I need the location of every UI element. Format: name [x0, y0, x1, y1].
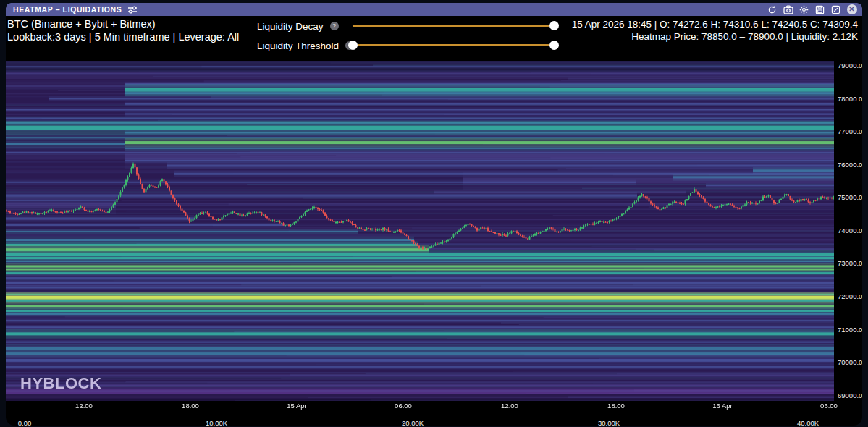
decay-help-icon[interactable]: ?	[330, 22, 339, 30]
liquidity-decay-row: Liquidity Decay ?	[257, 20, 339, 32]
screenshot-icon[interactable]	[783, 4, 793, 15]
time-axis[interactable]: 12:0018:0015 Apr06:0012:0018:0016 Apr06:…	[6, 402, 834, 410]
liquidity-scale-axis: 0.0010.00K20.00K30.00K40.00K	[6, 419, 834, 426]
price-tick-label: 73000.0	[838, 259, 862, 267]
price-tick-label: 74000.0	[838, 227, 862, 234]
decay-slider-thumb[interactable]	[549, 21, 559, 30]
price-tick-label: 77000.0	[838, 127, 862, 135]
settings-gear-icon[interactable]	[799, 4, 809, 15]
liquidity-decay-label: Liquidity Decay	[257, 21, 324, 32]
price-tick-label: 71000.0	[838, 326, 862, 334]
price-tick-label: 76000.0	[838, 161, 862, 169]
heatmap-canvas[interactable]	[6, 61, 834, 401]
time-tick-label: 16 Apr	[712, 402, 732, 410]
liquidity-scale-label: 10.00K	[206, 419, 227, 426]
price-axis[interactable]: 79000.078000.077000.076000.075000.074000…	[835, 61, 862, 401]
hyblock-watermark: HYBLOCK	[20, 374, 101, 393]
liquidity-scale-label: 30.00K	[598, 419, 620, 426]
time-tick-label: 12:00	[75, 402, 93, 410]
price-tick-label: 75000.0	[838, 193, 862, 201]
save-icon[interactable]	[814, 4, 825, 15]
heatmap-liquidations-panel: HEATMAP – LIQUIDATIONS	[6, 3, 862, 426]
chart-header: BTC (Binance + Bybit + Bitmex) Lookback:…	[6, 16, 862, 61]
instrument-block: BTC (Binance + Bybit + Bitmex) Lookback:…	[7, 18, 239, 43]
ohlc-readout: 15 Apr 2026 18:45 | O: 74272.6 H: 74310.…	[572, 18, 858, 30]
price-tick-label: 72000.0	[838, 292, 862, 300]
time-tick-label: 18:00	[182, 402, 199, 410]
liquidity-threshold-row: Liquidity Threshold ?	[257, 40, 354, 51]
chart-area[interactable]: HYBLOCK	[6, 61, 834, 401]
time-tick-label: 15 Apr	[287, 402, 306, 410]
time-tick-label: 06:00	[395, 402, 412, 410]
threshold-slider-max-thumb[interactable]	[549, 41, 559, 50]
liquidity-threshold-label: Liquidity Threshold	[257, 41, 339, 51]
time-tick-label: 12:00	[501, 402, 518, 410]
liquidity-scale-label: 40.00K	[797, 419, 819, 426]
heatmap-price-readout: Heatmap Price: 78850.0 – 78900.0 | Liqui…	[572, 30, 858, 43]
price-tick-label: 69000.0	[838, 392, 862, 399]
close-icon[interactable]: ✕	[846, 4, 857, 15]
panel-title: HEATMAP – LIQUIDATIONS	[13, 5, 122, 14]
title-bar: HEATMAP – LIQUIDATIONS	[6, 3, 862, 16]
price-tick-label: 78000.0	[838, 95, 862, 103]
instrument-label: BTC (Binance + Bybit + Bitmex)	[7, 18, 239, 31]
time-tick-label: 18:00	[607, 402, 625, 410]
refresh-icon[interactable]	[767, 4, 778, 15]
price-tick-label: 79000.0	[838, 62, 862, 69]
threshold-slider-min-thumb[interactable]	[348, 41, 358, 50]
liquidity-scale-label: 20.00K	[402, 419, 424, 426]
settings-summary: Lookback:3 days | 5 Min timeframe | Leve…	[7, 31, 239, 44]
mixer-icon[interactable]	[127, 4, 138, 15]
liquidity-decay-slider[interactable]	[353, 25, 555, 27]
liquidity-threshold-slider[interactable]	[353, 44, 555, 46]
fullscreen-icon[interactable]	[830, 4, 841, 15]
liquidity-scale-label: 0.00	[18, 419, 32, 426]
price-tick-label: 70000.0	[838, 358, 862, 366]
readout-block: 15 Apr 2026 18:45 | O: 74272.6 H: 74310.…	[572, 18, 858, 43]
time-tick-label: 06:00	[820, 402, 838, 410]
